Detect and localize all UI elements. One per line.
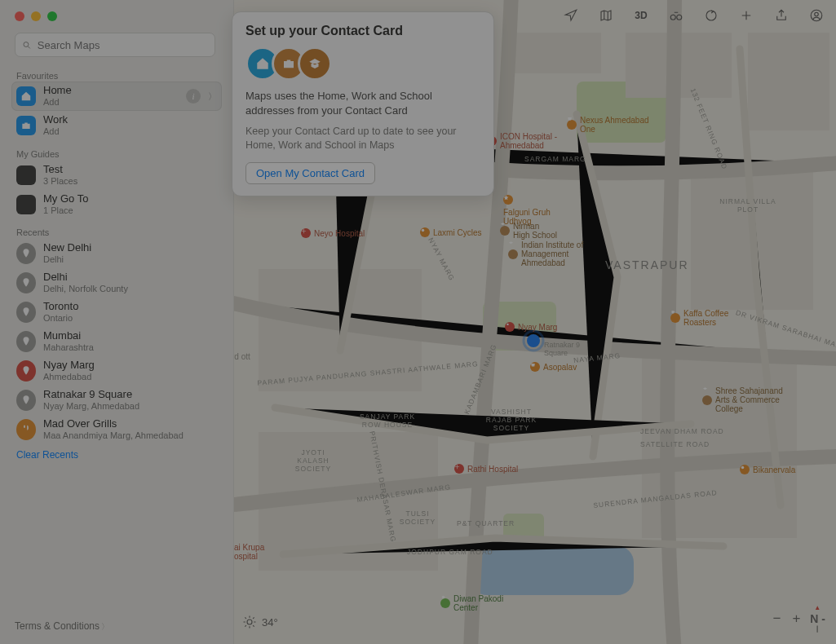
poi[interactable]: Nirman High School — [500, 222, 557, 240]
toolbar: 3D — [564, 8, 824, 23]
road-label: JODHPUR GAM ROAD — [407, 548, 493, 556]
svg-point-28 — [422, 229, 425, 232]
search-field[interactable] — [15, 33, 215, 57]
poi[interactable]: Indian Institute of Management Ahmedabad — [508, 240, 606, 267]
svg-point-7 — [25, 280, 27, 282]
poi[interactable]: Ratnakar 9 Square — [544, 341, 593, 357]
close-icon[interactable] — [15, 11, 24, 21]
terms-link[interactable]: Terms & Conditions〉 — [15, 620, 109, 633]
poi[interactable]: Neyo Hospital — [301, 228, 365, 238]
favourite-item[interactable]: HomeAddi〉 — [11, 82, 222, 111]
poi[interactable]: Kaffa Coffee Roasters — [670, 309, 736, 327]
item-subtitle: Ontario — [43, 313, 78, 324]
account-icon[interactable] — [809, 8, 824, 23]
maps-window: 3D Favourites HomeAddi〉WorkAdd My Guides… — [0, 0, 836, 644]
favourites-list: HomeAddi〉WorkAdd — [11, 82, 222, 140]
locate-icon[interactable] — [564, 8, 578, 23]
item-title: Work — [43, 114, 68, 126]
item-title: Delhi — [43, 271, 128, 284]
sidebar: Favourites HomeAddi〉WorkAdd My Guides Te… — [0, 0, 234, 644]
recent-item[interactable]: DelhiDelhi, Norfolk County — [11, 268, 222, 298]
svg-rect-19 — [503, 33, 601, 73]
binoculars-icon[interactable] — [669, 8, 683, 23]
item-title: Home — [43, 85, 72, 97]
recent-item[interactable]: Mad Over GrillsMaa Anandmiya Marg, Ahmed… — [11, 415, 222, 444]
poi[interactable]: ai Krupa ospital — [234, 543, 279, 561]
svg-point-26 — [527, 334, 540, 347]
svg-point-31 — [442, 596, 445, 599]
share-icon[interactable] — [774, 8, 789, 23]
clear-recents[interactable]: Clear Recents — [16, 449, 78, 461]
poi[interactable]: Laxmi Cycles — [420, 227, 481, 237]
rotate-icon[interactable] — [704, 8, 719, 23]
item-subtitle: Maharashtra — [43, 342, 94, 353]
item-subtitle: 1 Place — [43, 205, 88, 216]
zoom-out[interactable]: − — [772, 611, 781, 627]
item-subtitle: Nyay Marg, Ahmedabad — [43, 401, 139, 412]
guide-item[interactable]: Test3 Places — [11, 161, 222, 190]
briefcase-icon — [16, 116, 36, 135]
home-icon — [16, 86, 36, 106]
road-label: SATELLITE ROAD — [640, 440, 710, 448]
svg-point-32 — [247, 620, 252, 624]
road-label: VASHISHT RAJAB PARK SOCIETY — [483, 408, 540, 432]
section-recents: Recents — [16, 227, 49, 237]
map-tools: − + ▲ N - ┃ — [772, 604, 825, 633]
item-subtitle: Maa Anandmiya Marg, Ahmedabad — [43, 430, 184, 441]
popover-icons — [245, 46, 480, 81]
pin-icon — [16, 302, 36, 323]
recent-item[interactable]: Nyay MargAhmedabad — [11, 356, 222, 386]
fullscreen-icon[interactable] — [47, 11, 57, 21]
road-label: TULSI SOCIETY — [397, 509, 438, 526]
poi[interactable]: Diwan Pakodi Center — [440, 594, 514, 612]
popover-subtext: Keep your Contact Card up to date to see… — [245, 125, 480, 153]
zoom-in[interactable]: + — [792, 611, 800, 627]
favourite-item[interactable]: WorkAdd — [11, 111, 222, 140]
compass[interactable]: ▲ N - ┃ — [810, 604, 825, 633]
svg-point-30 — [741, 466, 745, 470]
item-subtitle: Delhi, Norfolk County — [43, 284, 128, 294]
search-input[interactable] — [36, 38, 208, 52]
svg-point-2 — [706, 11, 716, 20]
add-icon[interactable] — [739, 8, 754, 23]
pin-icon — [16, 360, 36, 382]
svg-point-11 — [25, 398, 27, 399]
poi[interactable]: ICON Hospital - Ahmedabad — [487, 132, 585, 150]
recent-item[interactable]: New DelhiDelhi — [11, 239, 222, 268]
poi[interactable]: Rathi Hospital — [454, 464, 518, 474]
pin-icon — [16, 331, 36, 352]
guide-item[interactable]: My Go To1 Place — [11, 190, 222, 219]
poi[interactable]: Asopalav — [530, 362, 577, 372]
poi[interactable]: Nyay Marg — [505, 322, 557, 332]
area-label: VASTRAPUR — [605, 258, 689, 271]
minimize-icon[interactable] — [31, 11, 41, 21]
item-title: Ratnakar 9 Square — [43, 389, 139, 401]
food-icon — [16, 419, 36, 440]
recent-item[interactable]: MumbaiMaharashtra — [11, 327, 222, 356]
road-label: JYOTI KALASH SOCIETY — [285, 448, 342, 473]
map-layers-icon[interactable] — [599, 8, 613, 23]
mode-3d-toggle[interactable]: 3D — [634, 8, 648, 23]
recent-item[interactable]: Ratnakar 9 SquareNyay Marg, Ahmedabad — [11, 386, 222, 415]
poi[interactable]: Bikanervala — [740, 465, 795, 474]
weather-chip[interactable]: 34° — [242, 615, 278, 629]
svg-point-0 — [670, 15, 675, 20]
chevron-right-icon: 〉 — [208, 90, 217, 103]
info-icon[interactable]: i — [186, 89, 201, 104]
road-label: SANJAY PARK ROW HOUSE — [355, 412, 420, 429]
road-label: JEEVAN DHAM ROAD — [640, 427, 724, 435]
poi[interactable]: rd ott — [234, 352, 250, 361]
svg-rect-16 — [471, 546, 634, 595]
open-contact-card-button[interactable]: Open My Contact Card — [245, 162, 375, 184]
poi[interactable]: Nexus Ahmedabad One — [567, 116, 657, 134]
recent-item[interactable]: TorontoOntario — [11, 298, 222, 327]
item-title: Nyay Marg — [43, 359, 95, 372]
svg-point-5 — [24, 42, 29, 46]
poi[interactable]: Shree Sahajanand Arts & Commerce College — [702, 386, 792, 413]
item-subtitle: Ahmedabad — [43, 372, 95, 382]
item-subtitle: Delhi — [43, 254, 91, 265]
svg-point-29 — [506, 324, 508, 325]
svg-point-6 — [25, 251, 27, 253]
pin-icon — [16, 390, 36, 411]
svg-point-1 — [677, 15, 682, 20]
